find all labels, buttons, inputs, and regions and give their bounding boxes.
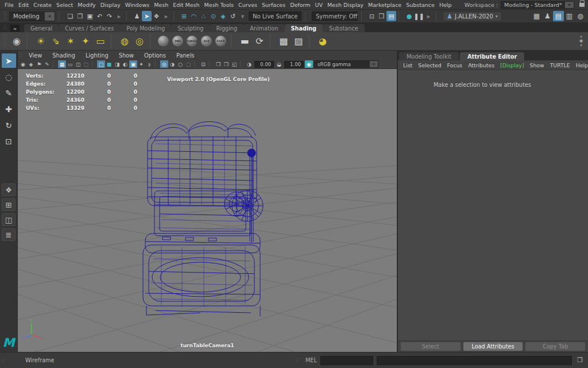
panel-menu-panels[interactable]: Panels	[171, 52, 200, 59]
open-scene-icon[interactable]: ❐	[75, 11, 85, 21]
ae-menu-focus[interactable]: Focus	[444, 62, 466, 68]
shelf-menu-icon[interactable]: ▬	[10, 25, 20, 32]
directional-light-icon[interactable]: ⇘	[48, 34, 63, 49]
menu-modify[interactable]: Modify	[75, 2, 98, 8]
load-attributes-button[interactable]: Load Attributes	[463, 342, 523, 351]
scroll-up-icon[interactable]: ▴	[580, 34, 582, 39]
tab-attribute-editor[interactable]: Attribute Editor	[460, 52, 524, 60]
texture-settings-icon[interactable]: ▨	[291, 34, 306, 49]
drag-handle[interactable]	[295, 358, 299, 363]
output-connections-icon[interactable]: ❒	[377, 11, 386, 21]
shelf-tab-rigging[interactable]: Rigging	[210, 24, 243, 32]
panel-menu-view[interactable]: View	[24, 52, 47, 59]
ssao-icon[interactable]: ◎	[160, 60, 168, 68]
character-controls-icon[interactable]: ♟	[542, 11, 553, 21]
select-button[interactable]: Select	[401, 342, 461, 351]
lock-icon[interactable]	[579, 3, 585, 7]
lights-icon[interactable]: ✦	[137, 60, 145, 68]
hypershade-icon[interactable]: ◍	[117, 34, 132, 49]
pause-icon[interactable]: ❚❚	[414, 11, 424, 21]
menu-mesh-display[interactable]: Mesh Display	[325, 2, 366, 8]
menu-help[interactable]: Help	[437, 2, 454, 8]
menu-uv[interactable]: UV	[312, 2, 324, 8]
chevron-down-icon[interactable]: ▾	[565, 2, 574, 8]
scale-tool[interactable]: ⊡	[2, 134, 16, 148]
single-pane-layout-button[interactable]: ❖	[2, 183, 16, 196]
film-gate-icon[interactable]: ▭	[66, 60, 74, 68]
menu-file[interactable]: File	[2, 2, 16, 8]
render-frame-icon[interactable]: ●	[404, 11, 414, 21]
menu-create[interactable]: Create	[31, 2, 54, 8]
shadows-icon[interactable]: ◗	[145, 60, 153, 68]
live-surface-field[interactable]: No Live Surface	[249, 12, 301, 21]
menu-windows[interactable]: Windows	[123, 2, 152, 8]
ae-menu-attributes[interactable]: Attributes	[465, 62, 497, 68]
shelf-tab-poly-modeling[interactable]: Poly Modeling	[120, 24, 171, 32]
move-tool[interactable]: ✚	[2, 102, 16, 116]
panel-menu-lighting[interactable]: Lighting	[80, 52, 114, 59]
resolution-gate-icon[interactable]: ◫	[74, 60, 82, 68]
expand-arrow-icon[interactable]: ▸	[424, 11, 434, 21]
spot-light-icon[interactable]: ✦	[78, 34, 93, 49]
chevron-down-icon[interactable]: ▾	[370, 61, 378, 67]
ipr-render-icon[interactable]: ⟳	[252, 34, 267, 49]
menu-deform[interactable]: Deform	[288, 2, 312, 8]
color-transform-selector[interactable]: sRGB gamma ▾	[314, 60, 378, 68]
ae-menu-help[interactable]: Help	[573, 62, 588, 68]
camera-lock-icon[interactable]: ◈	[27, 60, 35, 68]
contrast-icon[interactable]: ◒	[275, 60, 283, 68]
chevron-down-icon[interactable]: ▾	[45, 12, 55, 21]
motion-blur-icon[interactable]: ◑	[168, 60, 176, 68]
four-pane-layout-button[interactable]: ⊞	[2, 198, 16, 211]
shelf-tab-curves-surfaces[interactable]: Curves / Surfaces	[59, 24, 120, 32]
menu-mesh-tools[interactable]: Mesh Tools	[202, 2, 236, 8]
image-plane-icon[interactable]: ✎	[43, 60, 51, 68]
ambient-light-icon[interactable]: ✶	[63, 34, 78, 49]
area-light-icon[interactable]: ▭	[93, 34, 108, 49]
sfx-material-icon[interactable]: SFX	[201, 36, 212, 47]
drag-handle[interactable]	[3, 34, 7, 48]
exposure-field[interactable]: 0.00	[254, 61, 274, 68]
input-connections-icon[interactable]: ⊡	[367, 11, 377, 21]
snap-curve-icon[interactable]: ◠	[189, 11, 199, 21]
pane-maximize-icon[interactable]: ❐	[222, 60, 230, 68]
select-object-icon[interactable]: ➤	[142, 11, 152, 21]
turtle-material-icon[interactable]: TURTLE	[187, 36, 198, 47]
isolate-select-icon[interactable]: ⊡	[199, 60, 207, 68]
select-tool[interactable]: ➤	[2, 53, 16, 68]
tab-modeling-toolkit[interactable]: Modeling Toolkit	[399, 52, 459, 60]
attribute-editor-toggle-icon[interactable]: ▤	[553, 11, 564, 21]
materials-icon[interactable]: ◐	[121, 60, 129, 68]
contrast-field[interactable]: 1.00	[284, 61, 304, 68]
shaded-mode-icon[interactable]: ■	[105, 60, 113, 68]
script-editor-icon[interactable]: ❒	[575, 356, 585, 365]
command-result-field[interactable]	[377, 356, 572, 365]
redo-icon[interactable]: ↷	[105, 11, 114, 21]
camera-bookmark-icon[interactable]: ⚑	[35, 60, 43, 68]
modeling-toolkit-toggle-icon[interactable]: ▦	[531, 11, 542, 21]
menu-substance[interactable]: Substance	[404, 2, 437, 8]
menu-edit-mesh[interactable]: Edit Mesh	[171, 2, 202, 8]
select-component-icon[interactable]: ❖	[152, 11, 161, 21]
user-account-menu[interactable]: ♟ J.ALLEN-2020 ▾	[443, 12, 502, 21]
new-scene-icon[interactable]: ❏	[65, 11, 75, 21]
camera-plus-icon[interactable]: ◉	[9, 34, 24, 49]
shelf-tab-substance[interactable]: Substance	[323, 24, 365, 32]
standard-surface-icon[interactable]	[158, 36, 169, 47]
cgfx-material-icon[interactable]: CGFX	[215, 36, 226, 47]
channel-box-icon[interactable]: ◍	[575, 11, 586, 21]
point-light-icon[interactable]: ☀	[33, 34, 48, 49]
snap-projected-center-icon[interactable]: ⊙	[208, 11, 218, 21]
texture-checker-icon[interactable]: ▩	[276, 34, 291, 49]
viewport-canvas[interactable]: Verts:1221000Edges:2438000Polygons:12200…	[18, 69, 397, 352]
render-clapboard-icon[interactable]: ▬	[237, 34, 252, 49]
panel-menu-show[interactable]: Show	[114, 52, 139, 59]
drag-handle[interactable]	[3, 12, 7, 21]
rotate-tool[interactable]: ↻	[2, 118, 16, 132]
outliner-pane-layout-button[interactable]: ≣	[2, 228, 16, 241]
snap-point-icon[interactable]: ∴	[199, 11, 208, 21]
pbs-material-icon[interactable]: PBS	[172, 36, 183, 47]
wireframe-on-shaded-icon[interactable]: ▣	[129, 60, 137, 68]
camera-icon[interactable]: ◉	[19, 60, 27, 68]
mel-label[interactable]: MEL	[305, 357, 317, 363]
